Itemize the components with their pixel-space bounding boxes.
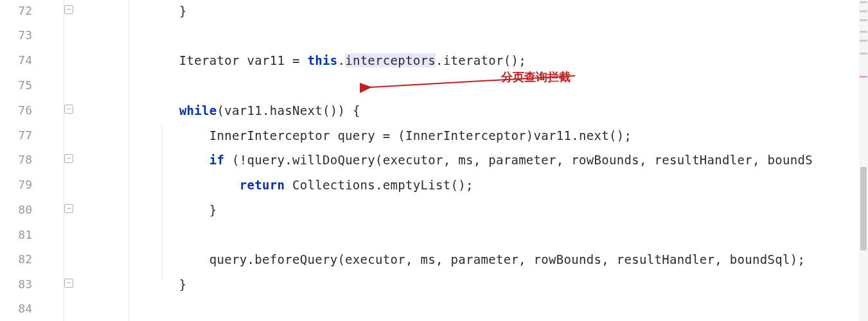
line-number: 76	[13, 103, 32, 117]
scrollbar-thumb[interactable]	[860, 167, 867, 250]
scrollbar-mark	[860, 53, 867, 55]
line-number: 78	[13, 153, 32, 166]
code-line: }	[89, 277, 187, 291]
code-line: return Collections.emptyList();	[89, 178, 474, 192]
scrollbar-mark	[860, 1, 867, 3]
code-line: query.beforeQuery(executor, ms, paramete…	[89, 252, 805, 266]
line-number: 73	[13, 28, 32, 42]
scrollbar-mark	[860, 10, 867, 12]
scrollbar-mark	[860, 19, 867, 21]
line-number: 75	[13, 78, 32, 92]
scrollbar-mark	[860, 76, 867, 78]
code-line: }	[89, 203, 217, 217]
annotation-text: 分页查询拦截	[501, 69, 571, 85]
line-number: 84	[13, 302, 32, 315]
code-line: Iterator var11 = this.interceptors.itera…	[89, 53, 526, 67]
code-line: InnerInterceptor query = (InnerIntercept…	[89, 128, 632, 143]
code-line: }	[89, 4, 187, 18]
scrollbar-mark	[860, 31, 867, 33]
vertical-scrollbar[interactable]	[859, 0, 868, 321]
scrollbar-mark	[860, 40, 867, 42]
line-number: 80	[13, 203, 32, 216]
code-line: while(var11.hasNext()) {	[89, 103, 360, 117]
line-number: 79	[13, 178, 32, 191]
gutter: 72 73 74 75 76 77 78 79 80 81 82 83 84	[0, 0, 64, 321]
line-number: 72	[13, 4, 32, 17]
line-number: 77	[13, 128, 32, 142]
code-editor[interactable]: 72 73 74 75 76 77 78 79 80 81 82 83 84 }…	[0, 0, 868, 321]
line-number: 81	[13, 228, 32, 241]
code-content[interactable]: } Iterator var11 = this.interceptors.ite…	[64, 0, 868, 321]
line-number: 74	[13, 53, 32, 67]
line-number: 82	[13, 252, 32, 266]
code-line: if (!query.willDoQuery(executor, ms, par…	[89, 153, 813, 167]
line-number: 83	[13, 277, 32, 291]
